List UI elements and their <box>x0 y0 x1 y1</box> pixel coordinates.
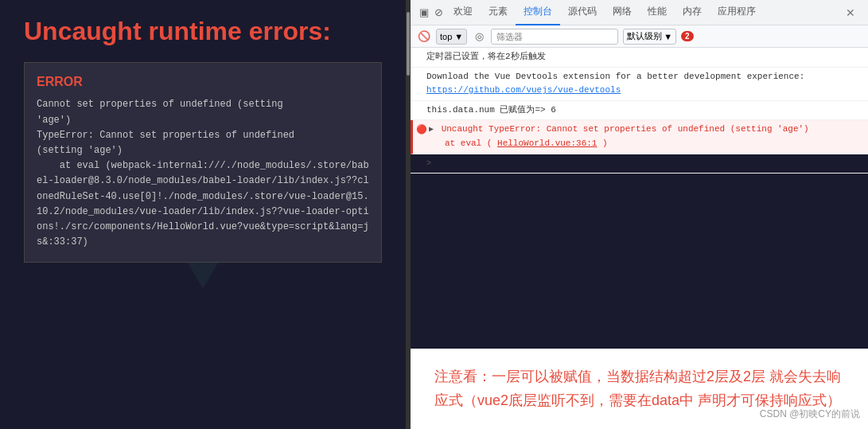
error-location-link[interactable]: HelloWorld.vue:36:1 <box>497 138 597 148</box>
error-box: ERROR Cannot set properties of undefined… <box>24 62 382 263</box>
context-label: top <box>440 32 452 41</box>
watermark: CSDN @初映CY的前说 <box>760 408 860 421</box>
tab-memory[interactable]: 内存 <box>675 0 710 25</box>
tab-console[interactable]: 控制台 <box>516 0 560 25</box>
vue-devtools-link[interactable]: https://github.com/vuejs/vue-devtools <box>426 85 621 95</box>
eye-icon[interactable]: ◎ <box>472 29 486 44</box>
dropdown-arrow-icon: ▼ <box>454 32 463 41</box>
console-row-devtools-link: Download the Vue Devtools extension for … <box>411 68 868 101</box>
tab-sources[interactable]: 源代码 <box>560 0 605 25</box>
close-devtools-button[interactable]: ✕ <box>839 6 862 19</box>
console-row-timer: 定时器已设置，将在2秒后触发 <box>411 48 868 68</box>
tab-elements[interactable]: 元素 <box>481 0 516 25</box>
filter-input[interactable] <box>491 29 618 45</box>
tab-welcome[interactable]: 欢迎 <box>446 0 481 25</box>
page-title: Uncaught runtime errors: <box>24 16 382 46</box>
scroll-thumb[interactable] <box>407 12 410 76</box>
note-text: 注意看：一层可以被赋值，当数据结构超过2层及2层 就会失去响应式（vue2底层监… <box>434 365 844 413</box>
devtools-tabs: ▣ ⊘ 欢迎 元素 控制台 源代码 网络 性能 <box>417 0 764 25</box>
devtools-inspect-icon[interactable]: ⊘ <box>431 6 446 20</box>
context-dropdown[interactable]: top ▼ <box>436 29 467 45</box>
error-location-prefix: at eval ( <box>445 138 492 148</box>
error-location-suffix: ) <box>602 138 608 148</box>
devtools-console-icon[interactable]: ▣ <box>417 6 431 20</box>
error-icon: 🔴 <box>416 123 427 138</box>
console-row-num: this.data.num 已赋值为=> 6 <box>411 101 868 121</box>
devtools-topbar: ▣ ⊘ 欢迎 元素 控制台 源代码 网络 性能 <box>411 0 868 25</box>
error-count-badge: 2 <box>681 31 694 41</box>
expand-icon[interactable]: ▶ <box>429 123 434 136</box>
tab-application[interactable]: 应用程序 <box>710 0 764 25</box>
level-label: 默认级别 <box>627 30 662 42</box>
error-label: ERROR <box>37 75 369 89</box>
right-wrapper: ▣ ⊘ 欢迎 元素 控制台 源代码 网络 性能 <box>411 0 868 429</box>
error-text: Cannot set properties of undefined (sett… <box>37 97 369 250</box>
devtools-suggestion-text: Download the Vue Devtools extension for … <box>426 70 862 84</box>
log-level-dropdown[interactable]: 默认级别 ▼ <box>623 29 676 45</box>
error-message: Uncaught TypeError: Cannot set propertie… <box>442 124 809 134</box>
console-content: 定时器已设置，将在2秒后触发 Download the Vue Devtools… <box>411 48 868 349</box>
console-row-expand[interactable]: > <box>411 154 868 174</box>
clear-console-icon[interactable]: 🚫 <box>417 29 431 44</box>
tab-performance[interactable]: 性能 <box>640 0 675 25</box>
expand-arrow-icon[interactable]: > <box>426 158 431 170</box>
console-row-error: 🔴 ▶ Uncaught TypeError: Cannot set prope… <box>411 120 868 154</box>
dropdown-icon: ▼ <box>664 32 672 41</box>
console-toolbar: 🚫 top ▼ ◎ 默认级别 ▼ 2 <box>411 25 868 48</box>
left-panel: Uncaught runtime errors: ERROR Cannot se… <box>0 0 406 429</box>
tab-network[interactable]: 网络 <box>605 0 640 25</box>
left-content: Uncaught runtime errors: ERROR Cannot se… <box>24 16 382 263</box>
